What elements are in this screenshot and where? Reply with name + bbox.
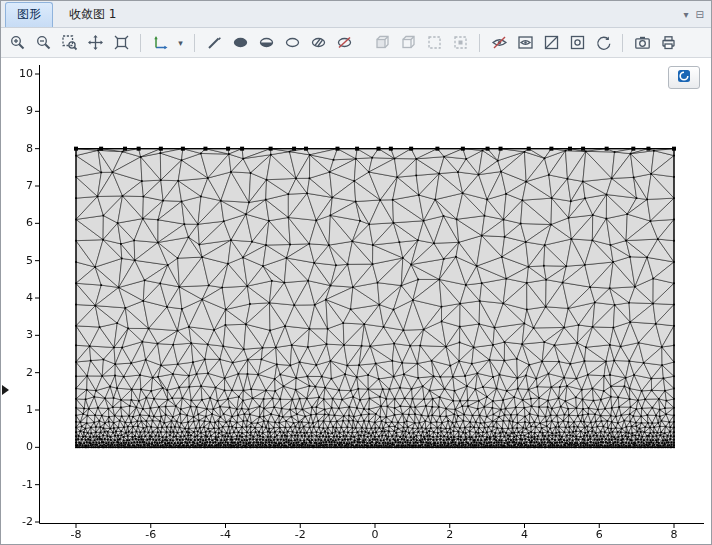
clip-box-diagonal-button[interactable] <box>539 31 563 55</box>
graphics-toolbar: ▾ <box>1 28 711 58</box>
cube-solid-button[interactable] <box>370 31 394 55</box>
zoom-out-button[interactable] <box>31 31 55 55</box>
pan-icon <box>87 34 104 51</box>
clip-box-diagonal-icon <box>543 34 560 51</box>
zoom-in-icon <box>9 34 26 51</box>
ellipse-outline-button[interactable] <box>280 31 304 55</box>
hide-eye-slash-icon <box>491 34 508 51</box>
ellipse-filled-icon <box>232 34 249 51</box>
default-view-button[interactable] <box>148 31 172 55</box>
toolbar-separator <box>140 34 141 52</box>
tab-bar: 图形收敛图 1 ▾⊟ <box>1 1 711 28</box>
comsol-logo-button[interactable] <box>668 66 700 89</box>
tab-convergence-plot-1[interactable]: 收敛图 1 <box>57 2 128 27</box>
show-eye-box-button[interactable] <box>513 31 537 55</box>
default-view-icon <box>152 34 169 51</box>
toolbar-separator <box>194 34 195 52</box>
mesh-plot-canvas[interactable] <box>1 59 712 545</box>
view-box-eye-icon <box>569 34 586 51</box>
cube-frame-button[interactable] <box>396 31 420 55</box>
panel-menu-icon[interactable]: ▾ <box>684 9 689 20</box>
box-dashed-icon <box>426 34 443 51</box>
zoom-box-icon <box>61 34 78 51</box>
box-dashed-select-icon <box>452 34 469 51</box>
ellipse-crossed-button[interactable] <box>332 31 356 55</box>
zoom-box-button[interactable] <box>57 31 81 55</box>
ellipse-outline-icon <box>284 34 301 51</box>
zoom-extents-icon <box>113 34 130 51</box>
panel-float-icon[interactable]: ⊟ <box>696 9 704 20</box>
box-dashed-select-button[interactable] <box>448 31 472 55</box>
comsol-logo-icon <box>677 68 691 87</box>
plot-area <box>1 59 712 545</box>
view-menu-button[interactable]: ▾ <box>174 31 187 55</box>
toolbar-separator <box>622 34 623 52</box>
image-snapshot-button[interactable] <box>630 31 654 55</box>
cube-solid-icon <box>374 34 391 51</box>
draw-pencil-icon <box>206 34 223 51</box>
ellipse-hatched-button[interactable] <box>306 31 330 55</box>
image-snapshot-icon <box>634 34 651 51</box>
hide-eye-slash-button[interactable] <box>487 31 511 55</box>
show-eye-box-icon <box>517 34 534 51</box>
tab-graphics[interactable]: 图形 <box>5 2 53 27</box>
box-dashed-button[interactable] <box>422 31 446 55</box>
view-box-eye-button[interactable] <box>565 31 589 55</box>
ellipse-half-icon <box>258 34 275 51</box>
print-icon <box>660 34 677 51</box>
zoom-in-button[interactable] <box>5 31 29 55</box>
zoom-extents-button[interactable] <box>109 31 133 55</box>
tab-strip: 图形收敛图 1 <box>1 1 128 27</box>
reset-view-icon <box>595 34 612 51</box>
graphics-window: 图形收敛图 1 ▾⊟ ▾ <box>0 0 712 545</box>
ellipse-filled-button[interactable] <box>228 31 252 55</box>
print-button[interactable] <box>656 31 680 55</box>
ellipse-crossed-icon <box>336 34 353 51</box>
toolbar-separator <box>479 34 480 52</box>
splitter-arrow-icon[interactable] <box>2 385 9 395</box>
tabbar-controls: ▾⊟ <box>684 9 711 20</box>
zoom-out-icon <box>35 34 52 51</box>
ellipse-half-button[interactable] <box>254 31 278 55</box>
ellipse-hatched-icon <box>310 34 327 51</box>
pan-button[interactable] <box>83 31 107 55</box>
view-menu-icon: ▾ <box>178 38 183 48</box>
draw-pencil-button[interactable] <box>202 31 226 55</box>
cube-frame-icon <box>400 34 417 51</box>
reset-view-button[interactable] <box>591 31 615 55</box>
